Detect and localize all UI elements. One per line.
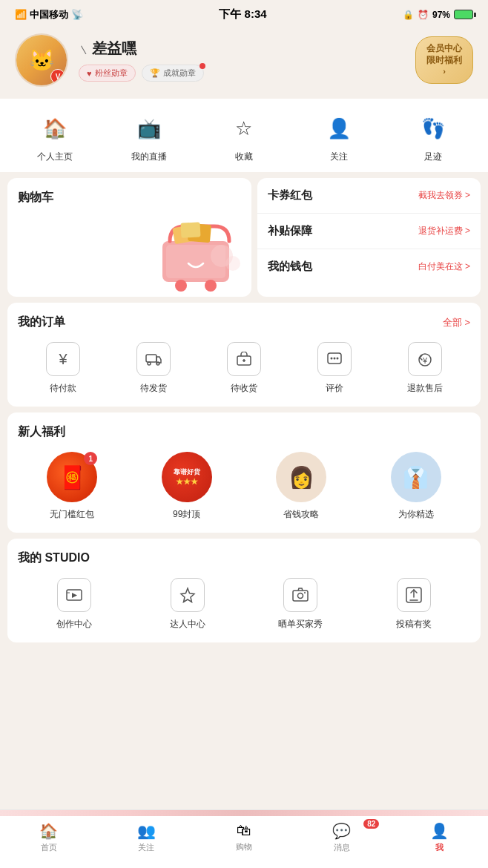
nav-icons-row: 🏠 个人主页 📺 我的直播 ☆ 收藏 👤 关注 👣 足迹 (0, 99, 488, 172)
benefit-foryou[interactable]: 👔 为你精选 (362, 452, 471, 521)
wallet-arrow: > (465, 261, 470, 272)
cap99-circle: 靠谱好货 ★★★ (162, 452, 212, 502)
nav-label-live: 我的直播 (131, 151, 167, 163)
footprint-icon: 👣 (417, 112, 449, 145)
tab-label-home: 首页 (41, 842, 57, 853)
benefits-row: 🧧 1 无门槛红包 靠谱好货 ★★★ 99封顶 👩 省钱攻略 👔 为你精选 (18, 452, 470, 521)
studio-upload[interactable]: 投稿有奖 (357, 578, 471, 631)
avatar[interactable]: 🐱 V (15, 33, 68, 87)
order-pending-pay[interactable]: ¥ 待付款 (18, 342, 108, 395)
signal-icon: 📶 (15, 9, 27, 20)
subsidy-arrow: > (465, 226, 470, 236)
arrow-icon: › (443, 66, 446, 76)
refund-icon: ¥ (408, 342, 442, 376)
order-label-2: 待收货 (231, 382, 257, 395)
profile-left: 🐱 V 差益嘿 ♥ 粉丝勋章 🏆 成就勋章 (15, 33, 204, 87)
foryou-circle: 👔 (391, 452, 441, 502)
wallet-item[interactable]: 我的钱包 白付美在这 > (257, 249, 481, 284)
tab-label-me: 我 (435, 842, 444, 853)
right-panel: 卡券红包 截我去领券 > 补贴保障 退货补运费 > 我的钱包 白付美在这 > (257, 178, 481, 297)
order-label-0: 待付款 (50, 382, 76, 395)
talent-icon (171, 578, 205, 612)
pending-ship-icon (136, 342, 171, 376)
nav-item-live[interactable]: 📺 我的直播 (119, 112, 179, 163)
profile-info: 差益嘿 ♥ 粉丝勋章 🏆 成就勋章 (79, 39, 204, 82)
nav-label-footprint: 足迹 (424, 151, 442, 163)
orders-title: 我的订单 (18, 315, 65, 330)
cart-illustration (148, 208, 251, 297)
svg-point-18 (337, 358, 339, 360)
alarm-icon: ⏰ (418, 10, 429, 20)
studio-icons-row: 创作中心 达人中心 晒单买家秀 (18, 578, 470, 631)
trophy-icon: 🏆 (150, 68, 160, 78)
studio-talent[interactable]: 达人中心 (131, 578, 245, 631)
tab-follow[interactable]: 👥 关注 (98, 822, 196, 853)
svg-text:¥: ¥ (422, 356, 428, 365)
nav-item-home[interactable]: 🏠 个人主页 (25, 112, 85, 163)
benefit-99cap[interactable]: 靠谱好货 ★★★ 99封顶 (133, 452, 242, 521)
wallet-label: 我的钱包 (268, 260, 312, 274)
benefits-title: 新人福利 (18, 424, 65, 440)
notification-dot (200, 63, 205, 69)
order-refund[interactable]: ¥ 退款售后 (380, 342, 470, 395)
orders-header: 我的订单 全部 > (18, 315, 470, 330)
status-right: 🔒 ⏰ 97% (403, 10, 473, 20)
order-label-4: 退款售后 (407, 382, 443, 395)
achievement-badge[interactable]: 🏆 成就勋章 (142, 65, 204, 82)
redenvelope-badge: 1 (84, 452, 97, 465)
nav-item-follow[interactable]: 👤 关注 (309, 112, 369, 163)
order-label-1: 待发货 (140, 382, 167, 395)
status-time: 下午 8:34 (219, 7, 266, 22)
tab-label-follow: 关注 (138, 842, 154, 853)
cart-title: 购物车 (18, 190, 241, 206)
status-bar: 📶 中国移动 📡 下午 8:34 🔒 ⏰ 97% (0, 0, 488, 26)
svg-point-27 (304, 592, 306, 594)
coupon-arrow: > (465, 190, 470, 200)
svg-marker-22 (72, 593, 77, 598)
coupon-value: 截我去领券 > (418, 189, 470, 202)
coupon-item[interactable]: 卡券红包 截我去领券 > (257, 178, 481, 214)
nav-label-follow: 关注 (330, 151, 348, 163)
benefit-savemoney[interactable]: 👩 省钱攻略 (247, 452, 356, 521)
heart-icon: ♥ (87, 69, 92, 78)
benefit-label-1: 99封顶 (173, 508, 200, 521)
bottom-nav: 🏠 首页 👥 关注 🛍 购物 💬 消息 82 👤 我 (0, 809, 488, 868)
coupon-label: 卡券红包 (268, 188, 312, 203)
svg-point-10 (148, 362, 151, 365)
benefit-label-0: 无门槛红包 (50, 508, 94, 521)
wallet-value: 白付美在这 > (418, 260, 470, 273)
studio-label-1: 达人中心 (170, 618, 205, 631)
nav-label-collect: 收藏 (235, 151, 253, 163)
benefit-redenvelope[interactable]: 🧧 1 无门槛红包 (18, 452, 127, 521)
vip-button[interactable]: 会员中心 限时福利 › (415, 36, 473, 83)
status-carrier: 📶 中国移动 📡 (15, 8, 83, 22)
pending-receive-icon (227, 342, 261, 376)
nav-item-footprint[interactable]: 👣 足迹 (403, 112, 463, 163)
tab-shop[interactable]: 🛍 购物 (195, 822, 293, 853)
profile-header: 🐱 V 差益嘿 ♥ 粉丝勋章 🏆 成就勋章 会员中心 限时福利 › (0, 26, 488, 99)
benefits-section: 新人福利 🧧 1 无门槛红包 靠谱好货 ★★★ 99封顶 👩 省钱攻略 👔 为你 (7, 412, 481, 533)
studio-creation[interactable]: 创作中心 (18, 578, 131, 631)
home-tab-icon: 🏠 (39, 822, 58, 840)
nav-label-home: 个人主页 (37, 151, 73, 163)
subsidy-item[interactable]: 补贴保障 退货补运费 > (257, 214, 481, 249)
order-review[interactable]: 评价 (289, 342, 380, 395)
tab-me[interactable]: 👤 我 (390, 822, 488, 853)
wifi-icon: 📡 (71, 9, 83, 20)
order-pending-ship[interactable]: 待发货 (108, 342, 199, 395)
tab-message[interactable]: 💬 消息 82 (293, 822, 391, 853)
cart-card[interactable]: 购物车 (7, 178, 251, 297)
order-pending-receive[interactable]: 待收货 (199, 342, 289, 395)
studio-photo[interactable]: 晒单买家秀 (244, 578, 357, 631)
svg-marker-24 (181, 588, 194, 602)
wave-decoration (0, 810, 488, 816)
orders-section: 我的订单 全部 > ¥ 待付款 待发货 (7, 303, 481, 407)
tab-home[interactable]: 🏠 首页 (0, 822, 98, 853)
order-label-3: 评价 (326, 382, 343, 395)
nav-item-collect[interactable]: ☆ 收藏 (214, 112, 274, 163)
benefits-header: 新人福利 (18, 424, 470, 440)
studio-label-0: 创作中心 (56, 618, 92, 631)
svg-point-26 (298, 594, 303, 599)
fan-badge[interactable]: ♥ 粉丝勋章 (79, 65, 136, 82)
orders-more[interactable]: 全部 > (443, 316, 470, 329)
